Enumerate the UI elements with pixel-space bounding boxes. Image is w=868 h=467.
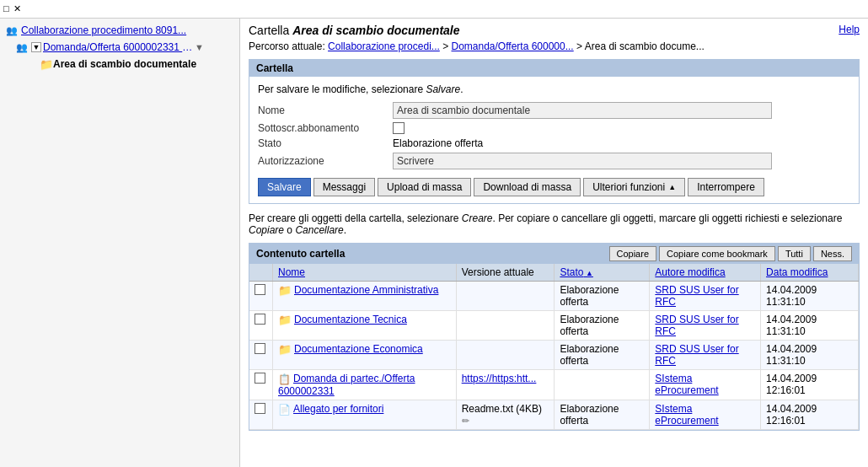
- dropdown-arrow[interactable]: ▼: [195, 42, 204, 52]
- btn-tutti[interactable]: Tutti: [778, 246, 811, 261]
- nav-item-area[interactable]: 📁 Area di scambio documentale: [0, 56, 239, 72]
- link-versione-3[interactable]: https://https:htt...: [462, 373, 537, 384]
- nav-link-domanda[interactable]: Domanda/Offerta 6000002331 DITTA...: [43, 41, 195, 53]
- label-sottoscr: Sottoscr.abbonamento: [258, 122, 393, 134]
- breadcrumb-item-2[interactable]: Domanda/Offerta 600000...: [452, 40, 574, 52]
- sort-stato[interactable]: Stato ▲: [560, 266, 592, 278]
- content-title: Contenuto cartella: [256, 248, 345, 260]
- btn-interrompere[interactable]: Interrompere: [688, 178, 764, 196]
- btn-messaggi[interactable]: Messaggi: [313, 178, 375, 196]
- cell-data-1: 14.04.2009 11:31:10: [761, 311, 859, 341]
- row-checkbox-4[interactable]: [255, 403, 265, 414]
- cell-data-3: 14.04.2009 12:16:01: [761, 370, 859, 400]
- row-checkbox-1[interactable]: [255, 314, 265, 325]
- table-row: 📄Allegato per fornitoriReadme.txt (4KB) …: [249, 400, 859, 429]
- breadcrumb-item-1[interactable]: Collaborazione procedi...: [328, 40, 440, 52]
- cell-nome-1: 📁Documentazione Tecnica: [273, 311, 457, 341]
- nav-link-collaborazione[interactable]: Collaborazione procedimento 8091...: [21, 24, 186, 36]
- col-versione-label: Versione attuale: [462, 266, 534, 278]
- row-checkbox-0[interactable]: [255, 284, 265, 295]
- link-autore-1[interactable]: SRD SUS User for RFC: [655, 314, 738, 337]
- content-table: Nome Versione attuale Stato ▲ Autore mod…: [249, 264, 859, 430]
- desc-cancellare: Cancellare: [295, 224, 343, 236]
- link-autore-4[interactable]: SIstema eProcurement: [655, 403, 718, 427]
- sort-data[interactable]: Data modifica: [766, 266, 828, 278]
- left-nav: 👥 Collaborazione procedimento 8091... 👥 …: [0, 19, 240, 467]
- help-link[interactable]: Help: [839, 24, 860, 35]
- form-row-nome: Nome: [258, 102, 850, 119]
- col-nome: Nome: [273, 264, 457, 282]
- cell-stato-0: Elaborazione offerta: [555, 282, 650, 311]
- nav-item-collaborazione[interactable]: 👥 Collaborazione procedimento 8091...: [0, 22, 239, 39]
- right-content: Cartella Area di scambio documentale Hel…: [240, 19, 868, 467]
- table-body: 📁Documentazione AmministrativaElaborazio…: [249, 282, 859, 430]
- table-row: 📁Documentazione TecnicaElaborazione offe…: [249, 311, 859, 341]
- desc-part3: o: [284, 224, 295, 236]
- link-autore-0[interactable]: SRD SUS User for RFC: [655, 284, 738, 308]
- btn-salvare[interactable]: Salvare: [258, 178, 311, 196]
- cell-versione-4: Readme.txt (4KB) ✏: [456, 400, 555, 429]
- value-stato: Elaborazione offerta: [393, 137, 483, 149]
- expand-domanda[interactable]: ▼: [31, 42, 41, 52]
- label-stato: Stato: [258, 137, 393, 149]
- cell-data-0: 14.04.2009 11:31:10: [761, 282, 859, 311]
- window-controls[interactable]: □ ✕: [3, 3, 21, 14]
- page-title-italic: Area di scambio documentale: [292, 24, 459, 37]
- desc-part1: Per creare gli oggetti della cartella, s…: [249, 212, 462, 224]
- table-header-row: Nome Versione attuale Stato ▲ Autore mod…: [249, 264, 859, 282]
- content-section: Contenuto cartella Copiare Copiare come …: [249, 243, 860, 431]
- cell-nome-4: 📄Allegato per fornitori: [273, 400, 457, 429]
- cartella-section: Cartella Per salvare le modifiche, selez…: [249, 59, 860, 204]
- cell-checkbox-0: [249, 282, 273, 311]
- btn-copiare[interactable]: Copiare: [609, 246, 657, 261]
- link-nome-3[interactable]: Domanda di partec./Offerta 6000002331: [278, 373, 415, 397]
- link-nome-4[interactable]: Allegato per fornitori: [293, 403, 383, 415]
- breadcrumb-prefix: Percorso attuale:: [249, 40, 325, 52]
- cell-stato-3: [555, 370, 650, 400]
- btn-ulteriori-label: Ulteriori funzioni: [592, 181, 665, 193]
- cell-nome-3: 📋Domanda di partec./Offerta 6000002331: [273, 370, 457, 400]
- cell-checkbox-4: [249, 400, 273, 429]
- sort-autore[interactable]: Autore modifica: [655, 266, 725, 278]
- form-row-sottoscr: Sottoscr.abbonamento: [258, 122, 850, 134]
- link-nome-1[interactable]: Documentazione Tecnica: [294, 314, 407, 325]
- row-checkbox-3[interactable]: [255, 373, 265, 384]
- breadcrumb-item-3: Area di scambio docume...: [585, 40, 705, 52]
- cell-autore-2: SRD SUS User for RFC: [650, 341, 761, 370]
- breadcrumb: Percorso attuale: Collaborazione procedi…: [249, 40, 860, 52]
- btn-ulteriori[interactable]: Ulteriori funzioni ▲: [583, 178, 685, 196]
- folder-icon-1: 📁: [278, 314, 292, 326]
- table-row: 📁Documentazione EconomicaElaborazione of…: [249, 341, 859, 370]
- link-nome-0[interactable]: Documentazione Amministrativa: [294, 284, 438, 296]
- people-icon: 👥: [5, 24, 19, 37]
- table-row: 📋Domanda di partec./Offerta 6000002331ht…: [249, 370, 859, 400]
- nav-item-domanda[interactable]: 👥 ▼ Domanda/Offerta 6000002331 DITTA... …: [0, 39, 239, 56]
- cell-checkbox-3: [249, 370, 273, 400]
- checkbox-sottoscr[interactable]: [393, 122, 405, 134]
- cartella-section-body: Per salvare le modifiche, selezionare Sa…: [249, 77, 859, 203]
- desc-part2: . Per copiare o cancellare gli oggetti, …: [493, 212, 843, 224]
- input-nome[interactable]: [393, 102, 772, 119]
- breadcrumb-sep-2: >: [576, 40, 585, 52]
- people-icon-2: 👥: [15, 40, 29, 54]
- sort-nome[interactable]: Nome: [278, 266, 305, 278]
- edit-icon-4[interactable]: ✏: [462, 416, 469, 426]
- btn-ness[interactable]: Ness.: [813, 246, 852, 261]
- content-header: Contenuto cartella Copiare Copiare come …: [249, 244, 859, 264]
- btn-download[interactable]: Download di massa: [474, 178, 581, 196]
- desc-part4: .: [344, 224, 346, 236]
- page-header: Cartella Area di scambio documentale Hel…: [249, 24, 860, 37]
- cell-autore-4: SIstema eProcurement: [650, 400, 761, 429]
- doc-special-icon-3: 📋: [278, 373, 291, 385]
- cell-data-2: 14.04.2009 11:31:10: [761, 341, 859, 370]
- btn-upload[interactable]: Upload di massa: [378, 178, 471, 196]
- link-autore-2[interactable]: SRD SUS User for RFC: [655, 343, 738, 367]
- link-autore-3[interactable]: SIstema eProcurement: [655, 373, 718, 396]
- label-nome: Nome: [258, 105, 393, 116]
- link-nome-2[interactable]: Documentazione Economica: [294, 343, 423, 355]
- top-bar: □ ✕: [0, 0, 868, 19]
- btn-copiare-bookmark[interactable]: Copiare come bookmark: [659, 246, 775, 261]
- form-note-end: .: [460, 83, 463, 95]
- row-checkbox-2[interactable]: [255, 343, 265, 354]
- input-autorizzazione[interactable]: [393, 153, 772, 169]
